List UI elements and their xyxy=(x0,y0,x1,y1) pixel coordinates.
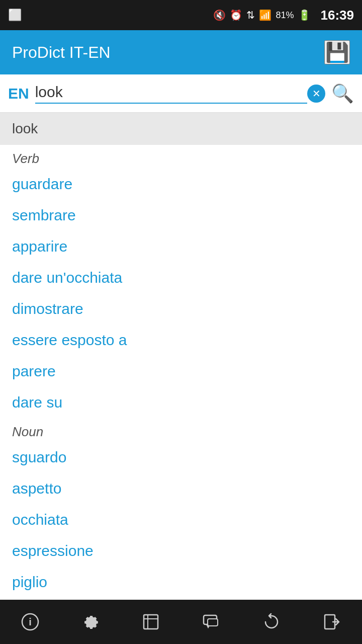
alarm-icon: ⏰ xyxy=(230,9,242,21)
app-title: ProDict IT-EN xyxy=(12,43,111,62)
list-item[interactable]: sguardo xyxy=(0,442,362,473)
svg-rect-6 xyxy=(208,619,218,626)
verb-label: Verb xyxy=(0,145,362,169)
search-input[interactable] xyxy=(35,84,307,101)
list-item[interactable]: sembrare xyxy=(0,200,362,231)
battery-icon: 🔋 xyxy=(298,9,311,21)
bookmarks-button[interactable] xyxy=(131,607,171,637)
battery-level: 81% xyxy=(276,10,294,21)
results-list: look Verb guardare sembrare apparire dar… xyxy=(0,113,362,600)
noun-label: Noun xyxy=(0,418,362,442)
list-item[interactable]: parere xyxy=(0,356,362,387)
list-item[interactable]: apparire xyxy=(0,231,362,262)
list-item[interactable]: occhiata xyxy=(0,504,362,535)
language-label[interactable]: EN xyxy=(8,85,29,102)
list-item[interactable]: essere esposto a xyxy=(0,325,362,356)
top-suggestion[interactable]: look xyxy=(0,113,362,145)
search-bar: EN ✕ 🔍 xyxy=(0,74,362,113)
status-bar: ⬜ 🔇 ⏰ ⇅ 📶 81% 🔋 16:39 xyxy=(0,0,362,30)
list-item[interactable]: aspetto xyxy=(0,473,362,504)
search-button[interactable]: 🔍 xyxy=(331,83,354,104)
settings-button[interactable] xyxy=(70,607,111,637)
list-item[interactable]: dare su xyxy=(0,387,362,418)
list-item[interactable]: dare un'occhiata xyxy=(0,262,362,293)
list-item[interactable]: piglio xyxy=(0,567,362,598)
app-bar: ProDict IT-EN 💾 xyxy=(0,30,362,74)
list-item[interactable]: espressione xyxy=(0,535,362,567)
chat-button[interactable] xyxy=(191,607,231,637)
bottom-nav: i xyxy=(0,600,362,644)
status-icons: 🔇 ⏰ ⇅ 📶 81% 🔋 xyxy=(213,9,310,21)
svg-rect-2 xyxy=(144,615,158,629)
refresh-button[interactable] xyxy=(251,607,292,637)
clock: 16:39 xyxy=(321,8,354,23)
search-input-wrapper xyxy=(35,84,307,104)
exit-button[interactable] xyxy=(312,607,352,637)
save-button[interactable]: 💾 xyxy=(324,40,350,64)
mute-icon: 🔇 xyxy=(213,9,226,21)
svg-text:i: i xyxy=(29,616,32,627)
screenshot-icon: ⬜ xyxy=(8,9,22,22)
info-button[interactable]: i xyxy=(10,607,50,637)
list-item[interactable]: guardare xyxy=(0,169,362,200)
sync-icon: ⇅ xyxy=(246,9,255,21)
signal-icon: 📶 xyxy=(259,9,272,21)
list-item[interactable]: dimostrare xyxy=(0,293,362,325)
clear-button[interactable]: ✕ xyxy=(307,85,325,103)
